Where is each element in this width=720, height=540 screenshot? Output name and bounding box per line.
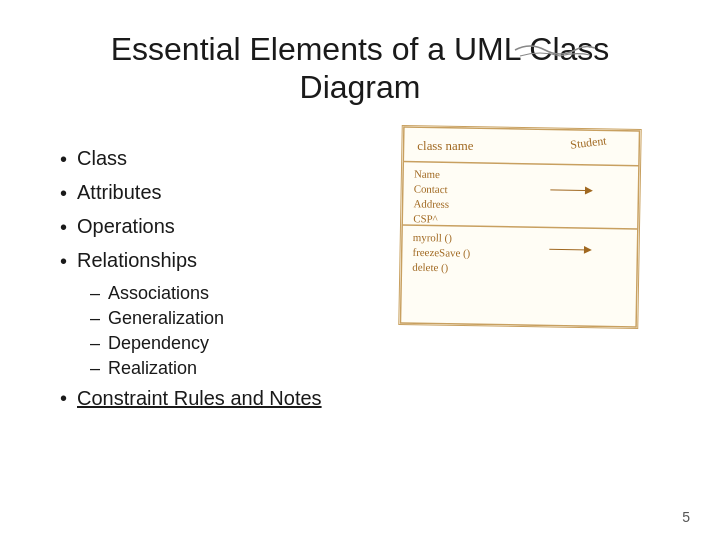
title-decoration (510, 40, 600, 60)
sub-bullet-associations: Associations (90, 283, 380, 304)
svg-text:Name: Name (414, 167, 440, 179)
slide-container: Essential Elements of a UML Class Diagra… (0, 0, 720, 540)
svg-rect-0 (400, 127, 639, 327)
page-number: 5 (682, 509, 690, 525)
svg-text:CSP^: CSP^ (413, 212, 438, 224)
sub-bullet-dependency: Dependency (90, 333, 380, 354)
main-bullet-list: Class Attributes Operations Relationship… (60, 147, 380, 273)
constraint-text: Constraint Rules and Notes (77, 387, 322, 410)
svg-line-12 (550, 190, 585, 191)
left-content: Class Attributes Operations Relationship… (60, 137, 380, 410)
svg-line-2 (402, 225, 638, 229)
svg-text:myroll (): myroll () (413, 231, 453, 245)
title-area: Essential Elements of a UML Class Diagra… (60, 30, 660, 107)
svg-text:delete (): delete () (412, 260, 449, 274)
handwritten-note: class name Student Name Contact Address … (398, 125, 641, 329)
svg-text:freezeSave (): freezeSave () (413, 246, 471, 260)
content-area: Class Attributes Operations Relationship… (60, 137, 660, 410)
handwriting-overlay: class name Student Name Contact Address … (399, 126, 640, 328)
bullet-operations: Operations (60, 215, 380, 239)
svg-text:class name: class name (417, 139, 473, 153)
svg-text:Student: Student (570, 133, 608, 151)
title-line2: Diagram (300, 69, 421, 105)
sub-bullet-list: Associations Generalization Dependency R… (90, 283, 380, 379)
svg-text:Contact: Contact (414, 182, 448, 195)
constraint-item: Constraint Rules and Notes (60, 387, 380, 410)
svg-marker-13 (585, 186, 593, 194)
sub-bullet-realization: Realization (90, 358, 380, 379)
svg-marker-15 (584, 246, 592, 254)
svg-text:Address: Address (413, 197, 449, 210)
sub-bullet-generalization: Generalization (90, 308, 380, 329)
bullet-class: Class (60, 147, 380, 171)
bullet-attributes: Attributes (60, 181, 380, 205)
svg-line-1 (403, 161, 639, 165)
svg-line-14 (549, 249, 584, 250)
bullet-relationships: Relationships (60, 249, 380, 273)
right-content: class name Student Name Contact Address … (400, 127, 660, 410)
